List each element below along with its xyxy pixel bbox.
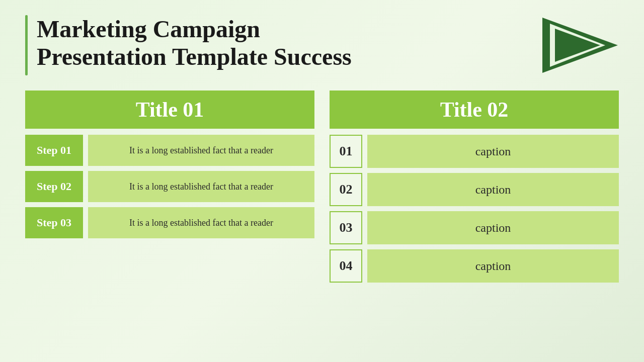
main-title: Marketing CampaignPresentation Template …	[37, 15, 352, 70]
step02-label: Step 02	[25, 171, 83, 202]
step02-content: It is a long established fact that a rea…	[88, 171, 314, 202]
title02-bar: Title 02	[330, 90, 619, 129]
caption-number-2: 02	[330, 173, 362, 206]
step03-label: Step 03	[25, 207, 83, 238]
title01-bar: Title 01	[25, 90, 314, 129]
header-left: Marketing CampaignPresentation Template …	[25, 15, 352, 75]
step-row-1: Step 01 It is a long established fact th…	[25, 135, 314, 166]
content-area: Title 01 Step 01 It is a long establishe…	[25, 90, 619, 283]
caption-row-1: 01 caption	[330, 135, 619, 168]
caption-row-4: 04 caption	[330, 249, 619, 283]
step03-content: It is a long established fact that a rea…	[88, 207, 314, 238]
header: Marketing CampaignPresentation Template …	[25, 15, 619, 75]
caption-number-3: 03	[330, 211, 362, 244]
title01-label: Title 01	[136, 98, 204, 121]
step01-label: Step 01	[25, 135, 83, 166]
vertical-bar-decoration	[25, 15, 28, 75]
right-panel: Title 02 01 caption 02 caption	[330, 90, 619, 283]
caption-rows: 01 caption 02 caption 03	[330, 135, 619, 283]
step-row-3: Step 03 It is a long established fact th…	[25, 207, 314, 238]
step-row-2: Step 02 It is a long established fact th…	[25, 171, 314, 202]
caption-number-1: 01	[330, 135, 362, 168]
caption-text-4: caption	[367, 249, 619, 283]
caption-row-3: 03 caption	[330, 211, 619, 244]
caption-text-2: caption	[367, 173, 619, 206]
caption-text-3: caption	[367, 211, 619, 244]
caption-row-2: 02 caption	[330, 173, 619, 206]
slide: Marketing CampaignPresentation Template …	[0, 0, 644, 362]
left-panel: Title 01 Step 01 It is a long establishe…	[25, 90, 314, 283]
caption-text-1: caption	[367, 135, 619, 168]
steps-container: Step 01 It is a long established fact th…	[25, 135, 314, 238]
caption-number-4: 04	[330, 249, 362, 283]
title02-label: Title 02	[440, 98, 509, 121]
triangle-icon	[538, 15, 619, 75]
step01-content: It is a long established fact that a rea…	[88, 135, 314, 166]
